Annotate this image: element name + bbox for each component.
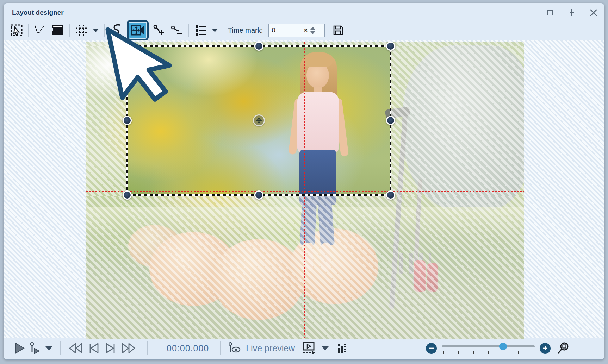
live-preview-label: Live preview (246, 343, 295, 353)
play-button[interactable] (14, 342, 25, 354)
handle-bottom-center[interactable] (254, 190, 263, 200)
zoom-in-button[interactable] (540, 343, 551, 354)
preview-options-dropdown[interactable] (322, 346, 329, 350)
play-options-dropdown[interactable] (45, 346, 52, 350)
workspace (4, 40, 604, 338)
handle-top-center[interactable] (254, 42, 263, 51)
spin-down-icon[interactable] (310, 31, 315, 34)
time-mark-unit: s (304, 26, 308, 34)
save-icon (333, 25, 344, 36)
play-from-position-button[interactable] (29, 342, 41, 354)
next-frame-icon (104, 342, 117, 354)
time-mark-input[interactable] (272, 26, 304, 34)
spin-up-icon[interactable] (310, 27, 315, 30)
grid-icon (75, 24, 88, 37)
list-options-tool-button[interactable] (193, 23, 208, 38)
transport-separator (147, 341, 148, 355)
handle-bottom-right[interactable] (386, 190, 395, 200)
transport-separator (220, 341, 221, 355)
maximize-button[interactable] (546, 8, 554, 17)
dimmed-overlay (86, 196, 524, 339)
transport-bar: 00:00.000 Live preview (4, 338, 604, 359)
list-options-dropdown[interactable] (212, 29, 218, 32)
minus-icon (429, 345, 434, 351)
time-mark-spinner[interactable] (310, 27, 316, 34)
previous-frame-icon (87, 342, 100, 354)
play-icon (14, 342, 25, 354)
object-stack-icon (51, 24, 64, 37)
dimmed-overlay (391, 46, 524, 196)
time-mark-field: s (268, 24, 325, 37)
mouse-cursor (101, 27, 182, 130)
motion-path-tool-button[interactable] (32, 23, 48, 38)
zoom-slider-thumb[interactable] (499, 343, 507, 350)
zoom-slider-track[interactable] (442, 345, 535, 347)
fast-forward-icon (121, 342, 137, 354)
motion-path-icon (33, 24, 47, 37)
pin-button[interactable] (567, 8, 576, 17)
previous-frame-button[interactable] (87, 342, 100, 354)
object-stack-tool-button[interactable] (50, 23, 66, 38)
zoom-icon (557, 341, 570, 355)
time-display: 00:00.000 (167, 343, 209, 353)
zoom-controls (426, 341, 572, 355)
zoom-out-button[interactable] (426, 343, 437, 354)
pin-icon (568, 8, 576, 17)
layout-designer-window: Layout designer (4, 3, 604, 360)
grid-dropdown[interactable] (93, 29, 99, 32)
zoom-slider-ticks (443, 351, 533, 354)
list-options-icon (194, 24, 207, 37)
toolbar-separator (69, 24, 70, 37)
maximize-icon (547, 10, 553, 15)
rewind-icon (68, 342, 83, 354)
zoom-slider[interactable] (442, 342, 535, 354)
toolbar: Time mark: s (4, 20, 604, 40)
next-frame-button[interactable] (104, 342, 117, 354)
plus-icon (542, 345, 548, 351)
handle-bottom-left[interactable] (123, 190, 132, 200)
select-tool-button[interactable] (9, 23, 24, 38)
toolbar-separator (28, 24, 29, 37)
fast-forward-button[interactable] (121, 342, 137, 354)
time-mark-label: Time mark: (228, 26, 263, 34)
toolbar-separator (188, 24, 189, 37)
save-button[interactable] (332, 24, 345, 37)
handle-top-right[interactable] (386, 42, 395, 51)
close-icon (590, 9, 597, 17)
preview-window-icon (302, 341, 317, 355)
preview-window-button[interactable] (302, 341, 317, 355)
titlebar: Layout designer (4, 3, 604, 20)
rewind-button[interactable] (68, 342, 83, 354)
transport-separator (60, 341, 61, 355)
select-tool-icon (10, 24, 23, 37)
live-preview-toggle[interactable] (228, 342, 241, 354)
keyframe-track-button[interactable] (336, 341, 347, 355)
handle-center-move[interactable] (253, 114, 265, 126)
close-button[interactable] (589, 8, 598, 17)
handle-mid-right[interactable] (386, 116, 395, 125)
keyframe-track-icon (336, 341, 347, 355)
grid-tool-button[interactable] (74, 23, 89, 38)
zoom-fit-button[interactable] (557, 341, 570, 355)
window-title: Layout designer (12, 9, 64, 17)
move-cross-icon (255, 117, 262, 124)
preview-at-position-icon (228, 342, 241, 354)
play-from-position-icon (29, 342, 41, 354)
